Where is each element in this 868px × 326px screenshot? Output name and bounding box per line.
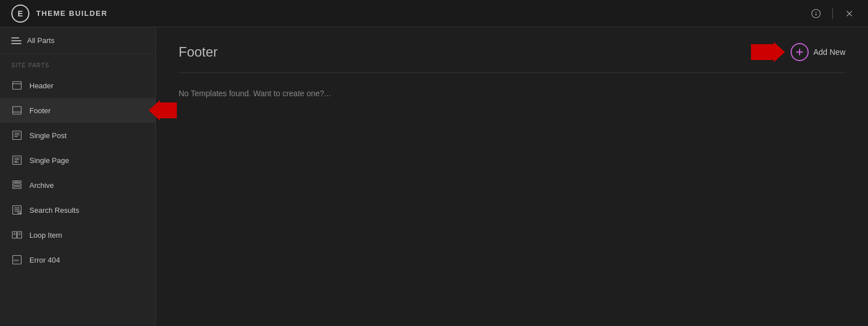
sidebar-item-search-results-label: Search Results bbox=[29, 206, 79, 215]
svg-rect-20 bbox=[13, 184, 21, 186]
sidebar-item-archive[interactable]: Archive bbox=[0, 173, 155, 198]
sidebar-item-search-results[interactable]: Search Results bbox=[0, 198, 155, 222]
topbar-left: E THEME BUILDER bbox=[11, 5, 107, 23]
close-button[interactable] bbox=[842, 6, 857, 21]
sidebar-item-single-page[interactable]: Single Page bbox=[0, 148, 155, 173]
sidebar-item-header[interactable]: Header bbox=[0, 73, 155, 98]
svg-rect-10 bbox=[13, 131, 21, 140]
sidebar-item-single-page-label: Single Page bbox=[29, 156, 69, 165]
topbar: E THEME BUILDER bbox=[0, 0, 868, 27]
layout: All Parts SITE PARTS Header Footer bbox=[0, 27, 868, 326]
single-post-icon bbox=[11, 130, 23, 141]
single-page-icon bbox=[11, 155, 23, 166]
sidebar-item-single-post[interactable]: Single Post bbox=[0, 123, 155, 148]
sidebar-item-error-404[interactable]: 404 Error 404 bbox=[0, 247, 155, 272]
site-parts-section-label: SITE PARTS bbox=[0, 54, 155, 73]
hamburger-icon bbox=[11, 37, 21, 44]
main-content: Footer Add New No Templates found. Want … bbox=[156, 27, 868, 326]
sidebar-item-archive-label: Archive bbox=[29, 181, 54, 190]
close-icon bbox=[844, 8, 854, 19]
sidebar-item-loop-item-label: Loop Item bbox=[29, 231, 62, 239]
svg-point-27 bbox=[18, 211, 21, 214]
loop-item-icon bbox=[11, 229, 23, 241]
svg-rect-29 bbox=[12, 231, 17, 238]
svg-rect-5 bbox=[13, 82, 21, 89]
topbar-right bbox=[809, 6, 857, 21]
svg-rect-21 bbox=[13, 187, 21, 188]
sidebar-item-footer-label: Footer bbox=[29, 106, 51, 115]
svg-rect-14 bbox=[13, 156, 21, 165]
sidebar: All Parts SITE PARTS Header Footer bbox=[0, 27, 156, 326]
error-404-icon: 404 bbox=[11, 254, 23, 265]
main-header: Footer Add New bbox=[156, 27, 868, 72]
add-new-arrow-annotation bbox=[751, 42, 785, 62]
elementor-logo: E bbox=[11, 5, 29, 23]
sidebar-item-error-404-label: Error 404 bbox=[29, 256, 60, 264]
topbar-divider bbox=[832, 8, 833, 19]
add-new-label: Add New bbox=[813, 48, 845, 57]
sidebar-item-loop-item[interactable]: Loop Item bbox=[0, 222, 155, 247]
main-body: No Templates found. Want to create one?.… bbox=[156, 73, 868, 114]
svg-marker-37 bbox=[751, 42, 785, 62]
search-results-icon bbox=[11, 204, 23, 216]
sidebar-header[interactable]: All Parts bbox=[0, 27, 155, 54]
sidebar-item-single-post-label: Single Post bbox=[29, 131, 67, 140]
footer-icon bbox=[11, 105, 23, 116]
no-templates-message: No Templates found. Want to create one?.… bbox=[179, 89, 845, 98]
info-icon bbox=[811, 8, 821, 19]
sidebar-item-footer[interactable]: Footer bbox=[0, 98, 155, 123]
header-icon bbox=[11, 80, 23, 91]
add-new-icon bbox=[791, 43, 809, 61]
svg-rect-7 bbox=[13, 106, 21, 114]
all-parts-label: All Parts bbox=[27, 36, 54, 45]
svg-rect-30 bbox=[18, 231, 22, 238]
svg-text:404: 404 bbox=[14, 259, 19, 262]
page-title: Footer bbox=[179, 44, 218, 60]
info-button[interactable] bbox=[809, 6, 823, 21]
app-title: THEME BUILDER bbox=[36, 9, 107, 18]
archive-icon bbox=[11, 179, 23, 191]
add-new-button[interactable]: Add New bbox=[791, 43, 845, 61]
sidebar-item-header-label: Header bbox=[29, 82, 54, 90]
